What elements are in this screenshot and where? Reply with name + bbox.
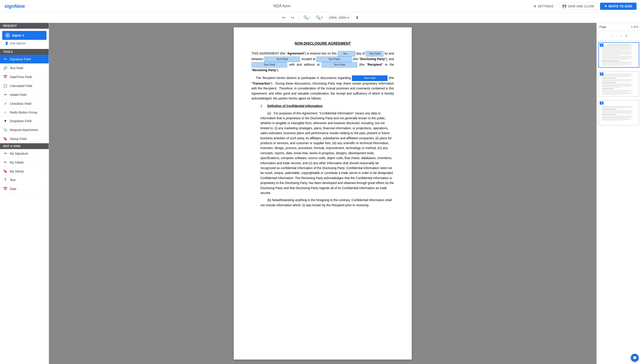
sidebar-item-initials-field[interactable]: ✏ Initials Field bbox=[0, 90, 49, 99]
zoom-select[interactable]: 50% 75% 100% 125% 150% 200% bbox=[338, 16, 350, 20]
download-button[interactable]: ⬇ bbox=[354, 14, 360, 21]
section-1-sub-a-text: For purposes of this Agreement, "Confide… bbox=[260, 112, 394, 195]
text-field-transaction[interactable]: Text Field bbox=[352, 76, 388, 81]
request-attachment-label: Request Attachment bbox=[10, 128, 38, 132]
initials-field-label: Initials Field bbox=[10, 93, 26, 96]
page-number: 1 of 5 bbox=[631, 25, 638, 28]
thumb-img-2 bbox=[599, 72, 639, 96]
my-initials-label: My Initials bbox=[10, 161, 24, 164]
save-icon: 💾 bbox=[562, 4, 566, 8]
signature-field-label: Signature Field bbox=[10, 58, 31, 61]
sidebar-item-my-stamp[interactable]: 🔖 My Stamp bbox=[0, 167, 49, 176]
page-nav: « ‹ › » bbox=[597, 31, 641, 40]
text-label: Text bbox=[10, 178, 16, 182]
thumb-img-1 bbox=[599, 43, 639, 67]
paragraph-2: The Recipient hereto desires to particip… bbox=[252, 76, 394, 101]
zoom-control[interactable]: 100% 50% 75% 100% 125% 150% 200% bbox=[327, 15, 352, 20]
toolbar-separator bbox=[299, 15, 299, 20]
page-label: Page bbox=[600, 25, 606, 28]
date-tool-icon: 📅 bbox=[3, 187, 8, 191]
section-1-sub-b-text: (b) Notwithstanding anything in the fore… bbox=[260, 198, 392, 207]
invite-to-sign-button[interactable]: ✈ INVITE TO SIGN bbox=[600, 3, 636, 10]
my-stamp-icon: 🔖 bbox=[3, 169, 8, 173]
zoom-out-button[interactable]: 🔍− bbox=[302, 14, 312, 21]
section-1-header: 1. Definition of Confidential Informatio… bbox=[260, 104, 394, 108]
signature-icon: ✏ bbox=[3, 57, 8, 61]
sidebar-item-request-attachment[interactable]: 📎 Request Attachment bbox=[0, 126, 49, 134]
text-field-date[interactable]: Tex… bbox=[338, 51, 356, 56]
edit-signers-button[interactable]: 👤 Edit Signers bbox=[2, 40, 46, 47]
zoom-in-button[interactable]: 🔍+ bbox=[314, 14, 325, 21]
invite-icon: ✈ bbox=[604, 4, 607, 8]
edit-sign-section-header: Edit & Sign bbox=[0, 143, 49, 149]
page-info: Page 1 of 5 bbox=[597, 23, 641, 31]
stamp-field-label: Stamp Field bbox=[10, 137, 26, 140]
sidebar-item-my-initials[interactable]: ✏ My Initials bbox=[0, 158, 49, 167]
edit-signers-label: Edit Signers bbox=[10, 42, 26, 45]
page-thumbnail-3[interactable]: 3 bbox=[598, 100, 639, 126]
attachment-icon: 📎 bbox=[3, 128, 8, 132]
request-section-header: Request bbox=[0, 23, 49, 29]
text-field-month[interactable]: Text Field bbox=[366, 51, 384, 56]
sidebar-item-dropdown-field[interactable]: ▼ Dropdown Field bbox=[0, 117, 49, 126]
document-area: NON-DISCLOSURE AGREEMENT THIS AGREEMENT … bbox=[49, 23, 596, 364]
tools-section-header: Tools bbox=[0, 49, 49, 55]
section-1: 1. Definition of Confidential Informatio… bbox=[260, 104, 394, 208]
my-signature-icon: ✏ bbox=[3, 151, 8, 156]
sidebar-item-stamp-field[interactable]: 🔖 Stamp Field bbox=[0, 134, 49, 143]
signer-section: S Signer 1 👤 Edit Signers bbox=[0, 29, 49, 49]
settings-button[interactable]: ⚙ SETTINGS bbox=[530, 3, 557, 10]
zoom-value: 100% bbox=[329, 16, 337, 19]
text-tool-icon: T bbox=[3, 178, 8, 182]
sidebar-item-datetime-field[interactable]: 📅 Date/Time Field bbox=[0, 72, 49, 82]
page-thumbnail-1[interactable]: 1 bbox=[598, 42, 639, 68]
checkbox-icon: ✓ bbox=[3, 102, 8, 106]
prev-page-button[interactable]: ‹ bbox=[615, 33, 618, 38]
sidebar: Request S Signer 1 👤 Edit Signers Tools … bbox=[0, 23, 49, 364]
sidebar-item-signature-field[interactable]: ✏ Signature Field bbox=[0, 55, 49, 64]
sidebar-item-calculated-field[interactable]: 📋 Calculated Field bbox=[0, 82, 49, 90]
next-page-button[interactable]: › bbox=[620, 33, 623, 38]
text-field-party2[interactable]: Text Field bbox=[252, 62, 287, 68]
main-layout: Request S Signer 1 👤 Edit Signers Tools … bbox=[0, 23, 641, 364]
datetime-field-label: Date/Time Field bbox=[10, 75, 32, 79]
signer-label: Signer 1 bbox=[12, 34, 24, 37]
sidebar-item-text-field[interactable]: 🔗 Text Field bbox=[0, 64, 49, 72]
header: signNow NDA form ⚙ SETTINGS 💾 SAVE AND C… bbox=[0, 0, 641, 12]
dropdown-field-label: Dropdown Field bbox=[10, 119, 32, 123]
logo: signNow bbox=[4, 3, 25, 9]
checkbox-field-label: Checkbox Field bbox=[10, 102, 32, 106]
text-field-address[interactable]: Text Field bbox=[322, 62, 357, 68]
radio-group-label: Radio Button Group bbox=[10, 110, 38, 114]
page-thumbnail-2[interactable]: 2 bbox=[598, 71, 639, 96]
sidebar-item-radio-group[interactable]: ○ Radio Button Group bbox=[0, 108, 49, 117]
initials-icon: ✏ bbox=[3, 92, 8, 97]
thumb-page-num-2: 2 bbox=[600, 72, 604, 76]
right-panel: Page 1 of 5 « ‹ › » 1 bbox=[596, 23, 641, 364]
thumb-img-3 bbox=[599, 100, 639, 125]
text-field-party1[interactable]: Text Field bbox=[264, 56, 300, 62]
stamp-icon: 🔖 bbox=[3, 136, 8, 141]
avatar: S bbox=[5, 33, 10, 38]
undo-button[interactable]: ↩ bbox=[280, 14, 287, 21]
section-1-sub-a: (a) For purposes of this Agreement, "Con… bbox=[260, 111, 394, 196]
person-icon: 👤 bbox=[5, 42, 8, 45]
sidebar-item-my-signature[interactable]: ✏ My Signature bbox=[0, 149, 49, 158]
paragraph-1: THIS AGREEMENT (the "Agreement") is ente… bbox=[252, 51, 394, 73]
chat-button[interactable]: 💬 bbox=[631, 354, 639, 362]
redo-button[interactable]: ↪ bbox=[289, 14, 296, 21]
doc-title: NDA form bbox=[34, 4, 530, 8]
signer-badge: S Signer 1 bbox=[2, 31, 46, 40]
sidebar-item-checkbox-field[interactable]: ✓ Checkbox Field bbox=[0, 99, 49, 108]
text-field-location[interactable]: Text Field bbox=[316, 56, 352, 62]
save-and-close-button[interactable]: 💾 SAVE AND CLOSE bbox=[559, 2, 598, 10]
sidebar-item-text[interactable]: T Text bbox=[0, 176, 49, 184]
section-1-sub-b: (b) Notwithstanding anything in the fore… bbox=[260, 198, 394, 208]
last-page-button[interactable]: » bbox=[624, 33, 628, 38]
document-page: NON-DISCLOSURE AGREEMENT THIS AGREEMENT … bbox=[234, 27, 412, 360]
calculated-icon: 📋 bbox=[3, 84, 8, 88]
text-icon: 🔗 bbox=[3, 66, 8, 70]
first-page-button[interactable]: « bbox=[610, 33, 613, 38]
sidebar-item-date[interactable]: 📅 Date bbox=[0, 184, 49, 193]
my-stamp-label: My Stamp bbox=[10, 170, 24, 173]
